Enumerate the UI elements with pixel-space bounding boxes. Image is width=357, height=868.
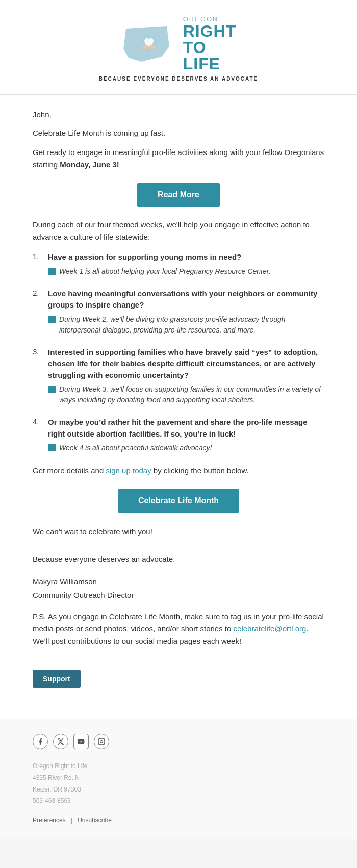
logo-right-text: RIGHT TO LIFE: [183, 23, 237, 72]
list-detail-2: During Week 2, we'll be diving into gras…: [48, 314, 324, 336]
closing-section: We can’t wait to celebrate with you! Bec…: [33, 525, 324, 566]
unsubscribe-link[interactable]: Unsubscribe: [78, 816, 112, 824]
list-content-1: Have a passion for supporting young moms…: [48, 251, 324, 277]
read-more-button[interactable]: Read More: [137, 183, 220, 207]
org-phone: 503-463-8563: [33, 795, 324, 807]
closing-line2: Because everyone deserves an advocate,: [33, 552, 324, 566]
list-content-4: Or maybe you’d rather hit the pavement a…: [48, 417, 324, 453]
footer-separator: |: [71, 816, 72, 824]
closing-line1: We can’t wait to celebrate with you!: [33, 525, 324, 539]
footer-org: Oregon Right to Life 4335 River Rd. N Ke…: [33, 760, 324, 807]
twitter-x-icon[interactable]: [53, 734, 68, 749]
greeting: John,: [33, 110, 324, 119]
line2: Get ready to engage in meaningful pro-li…: [33, 146, 324, 171]
signup-link[interactable]: sign up today: [106, 466, 151, 475]
email-header: OREGON RIGHT TO LIFE BECAUSE EVERYONE DE…: [0, 0, 357, 94]
list-content-2: Love having meaningful conversations wit…: [48, 288, 324, 336]
list-item: 2. Love having meaningful conversations …: [33, 288, 324, 336]
org-address1: 4335 River Rd. N: [33, 772, 324, 784]
celebrate-button-container: Celebrate Life Month: [33, 489, 324, 513]
date-bold: Monday, June 3!: [60, 160, 119, 169]
email-wrapper: OREGON RIGHT TO LIFE BECAUSE EVERYONE DE…: [0, 0, 357, 839]
signup-text: Get more details and sign up today by cl…: [33, 465, 324, 477]
org-address2: Keizer, OR 97303: [33, 784, 324, 796]
tagline-bold: EVERYONE: [133, 76, 169, 82]
line1: Celebrate Life Month is coming up fast.: [33, 127, 324, 139]
body-content: John, Celebrate Life Month is coming up …: [0, 95, 357, 703]
list-detail-3: During Week 3, we'll focus on supporting…: [48, 384, 324, 405]
ps-text: P.S. As you engage in Celebrate Life Mon…: [33, 610, 324, 647]
sig-title: Community Outreach Director: [33, 589, 324, 602]
list-number-4: 4.: [33, 417, 43, 453]
sig-name: Makyra Williamson: [33, 575, 324, 589]
youtube-icon[interactable]: [73, 734, 89, 749]
list-item: 1. Have a passion for supporting young m…: [33, 251, 324, 277]
instagram-icon[interactable]: [94, 734, 109, 749]
blue-bullet-2: [48, 316, 56, 323]
celebrate-life-month-button[interactable]: Celebrate Life Month: [118, 489, 239, 513]
social-icons: [33, 734, 324, 749]
logo-text-block: OREGON RIGHT TO LIFE: [183, 15, 237, 72]
blue-bullet-4: [48, 444, 56, 451]
logo-graphic: [121, 21, 177, 67]
blue-bullet-1: [48, 268, 56, 275]
support-button[interactable]: Support: [33, 670, 81, 688]
ps-section: P.S. As you engage in Celebrate Life Mon…: [33, 610, 324, 688]
list-title-3: Interested in supporting families who ha…: [48, 347, 324, 381]
svg-rect-5: [98, 738, 105, 745]
preferences-link[interactable]: Preferences: [33, 816, 66, 824]
activity-list: 1. Have a passion for supporting young m…: [33, 251, 324, 453]
list-title-1: Have a passion for supporting young moms…: [48, 251, 324, 263]
facebook-icon[interactable]: [33, 734, 48, 749]
list-item: 4. Or maybe you’d rather hit the pavemen…: [33, 417, 324, 453]
footer-links: Preferences | Unsubscribe: [33, 815, 324, 824]
list-number-2: 2.: [33, 288, 43, 336]
ps-email-link[interactable]: celebratelife@ortl.org: [234, 624, 307, 633]
list-number-1: 1.: [33, 251, 43, 277]
list-title-4: Or maybe you’d rather hit the pavement a…: [48, 417, 324, 440]
org-name: Oregon Right to Life: [33, 760, 324, 772]
tagline: BECAUSE EVERYONE DESERVES AN ADVOCATE: [10, 76, 347, 89]
section-intro: During each of our four themed weeks, we…: [33, 219, 324, 243]
list-detail-1: Week 1 is all about helping your local P…: [48, 266, 324, 277]
list-title-2: Love having meaningful conversations wit…: [48, 288, 324, 311]
signature: Makyra Williamson Community Outreach Dir…: [33, 575, 324, 601]
list-item: 3. Interested in supporting families who…: [33, 347, 324, 406]
list-detail-4: Week 4 is all about peaceful sidewalk ad…: [48, 443, 324, 453]
blue-bullet-3: [48, 386, 56, 393]
list-number-3: 3.: [33, 347, 43, 406]
list-content-3: Interested in supporting families who ha…: [48, 347, 324, 406]
read-more-container: Read More: [33, 183, 324, 207]
logo-container: OREGON RIGHT TO LIFE: [10, 15, 347, 72]
email-footer: Oregon Right to Life 4335 River Rd. N Ke…: [0, 719, 357, 839]
